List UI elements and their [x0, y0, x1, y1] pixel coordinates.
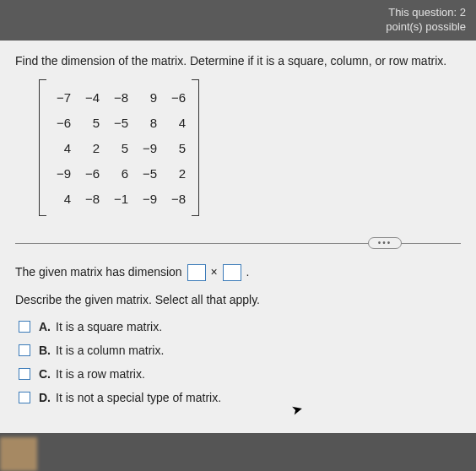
option-text: It is a row matrix.	[56, 367, 145, 381]
divider: •••	[15, 237, 461, 249]
matrix-table: −7−4−89−6 −65−584 425−95 −9−66−52 4−8−1−…	[47, 84, 191, 211]
option-letter: D.	[39, 391, 51, 404]
points-value: 2	[460, 6, 466, 19]
expand-button[interactable]: •••	[368, 237, 402, 249]
option-a[interactable]: A. It is a square matrix.	[19, 320, 461, 333]
option-text: It is a square matrix.	[56, 320, 162, 333]
option-b[interactable]: B. It is a column matrix.	[19, 344, 461, 357]
option-letter: B.	[39, 344, 51, 357]
checkbox-icon[interactable]	[19, 344, 30, 356]
matrix-row: −65−584	[47, 110, 191, 135]
option-d[interactable]: D. It is not a special type of matrix.	[19, 391, 461, 404]
points-label: This question:	[388, 6, 457, 19]
header-bar: Question 20 of 29 This question: 2 point…	[0, 0, 476, 41]
dimension-times: ×	[210, 265, 217, 279]
options-list: A. It is a square matrix. B. It is a col…	[19, 320, 461, 404]
matrix-row: −9−66−52	[47, 160, 191, 186]
question-prompt: Find the dimension of the matrix. Determ…	[15, 54, 461, 68]
option-c[interactable]: C. It is a row matrix.	[19, 367, 461, 381]
matrix-row: −7−4−89−6	[47, 84, 191, 110]
option-letter: C.	[39, 367, 51, 381]
photo-edge	[0, 437, 37, 471]
dimension-cols-input[interactable]	[223, 264, 241, 281]
question-points: This question: 2 point(s) possible	[386, 6, 466, 35]
checkbox-icon[interactable]	[19, 368, 30, 380]
matrix-row: 4−8−1−9−8	[47, 186, 191, 211]
option-text: It is not a special type of matrix.	[56, 391, 221, 404]
option-letter: A.	[39, 320, 51, 333]
option-text: It is a column matrix.	[56, 344, 164, 357]
dimension-statement: The given matrix has dimension × .	[15, 264, 461, 281]
matrix-row: 425−95	[47, 135, 191, 160]
dimension-suffix: .	[246, 265, 249, 279]
matrix: −7−4−89−6 −65−584 425−95 −9−66−52 4−8−1−…	[39, 79, 199, 216]
dimension-prefix: The given matrix has dimension	[15, 265, 186, 279]
dimension-rows-input[interactable]	[187, 264, 206, 281]
content-panel: Find the dimension of the matrix. Determ…	[0, 41, 476, 433]
checkbox-icon[interactable]	[19, 392, 30, 403]
checkbox-icon[interactable]	[19, 321, 30, 333]
points-possible: point(s) possible	[386, 20, 466, 33]
describe-prompt: Describe the given matrix. Select all th…	[15, 293, 461, 306]
